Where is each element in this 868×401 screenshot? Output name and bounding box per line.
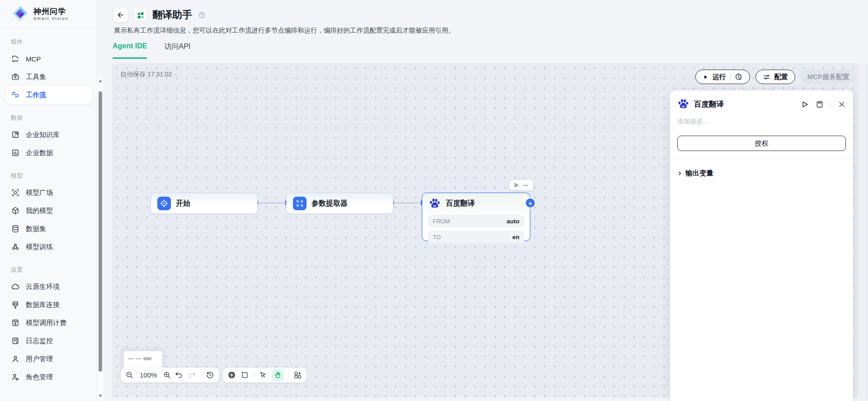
- add-next-node-button[interactable]: +: [526, 198, 535, 208]
- param-key: TO: [433, 234, 441, 241]
- node-inspector-panel: du 百度翻译 添加描述... 授权 输出变量: [670, 90, 853, 401]
- workflow-icon: [11, 90, 20, 99]
- sidebar-section-data: 数据 企业知识库 企业数据: [0, 104, 97, 162]
- param-value: auto: [507, 218, 520, 225]
- minimap-node: [136, 358, 142, 359]
- sidebar-section-settings: 设置 云原生环境 数据库连接: [0, 256, 97, 386]
- section-label: 模型: [6, 169, 92, 184]
- scroll-down-arrow[interactable]: [99, 395, 102, 397]
- brand-logo: 神州问学 Smart Vision: [0, 0, 97, 28]
- sidebar-item-knowledge-base[interactable]: 企业知识库: [6, 126, 92, 144]
- node-title: 参数提取器: [311, 199, 348, 208]
- inspector-header: du 百度翻译: [670, 90, 853, 110]
- zoom-out-button[interactable]: [125, 371, 134, 379]
- undo-button[interactable]: [175, 371, 183, 379]
- sidebar-item-mcp[interactable]: MCP MCP: [6, 50, 92, 68]
- scheduled-run-icon[interactable]: [735, 73, 743, 81]
- sidebar-item-db-connections[interactable]: 数据库连接: [6, 296, 92, 314]
- config-label: 配置: [774, 73, 788, 81]
- run-button[interactable]: 运行: [695, 70, 750, 84]
- auto-layout-button[interactable]: [293, 371, 302, 379]
- save-note-icon[interactable]: [816, 100, 824, 109]
- sidebar-item-datasets[interactable]: 数据集: [6, 220, 92, 238]
- sidebar-scrollbar[interactable]: [98, 76, 103, 401]
- divider: [830, 100, 831, 108]
- divider: [670, 159, 853, 159]
- brand-text: 神州问学 Smart Vision: [33, 7, 69, 21]
- node-baidu-translate[interactable]: du 百度翻译 FROM auto TO en: [422, 193, 530, 241]
- extractor-node-icon: [293, 197, 307, 210]
- node-play-icon[interactable]: [514, 183, 519, 188]
- sidebar-item-cloud-native[interactable]: 云原生环境: [6, 278, 92, 296]
- sidebar-item-workflow[interactable]: 工作流: [6, 86, 92, 104]
- node-more-icon[interactable]: [523, 182, 529, 189]
- output-variables-label: 输出变量: [685, 169, 713, 178]
- sidebar-item-user-management[interactable]: 用户管理: [6, 350, 92, 368]
- sidebar-item-role-management[interactable]: 角色管理: [6, 368, 92, 386]
- tab-access-api[interactable]: 访问API: [164, 42, 190, 59]
- canvas-actions: 运行 配置 MCP服务配置: [695, 70, 856, 84]
- edge-extractor-baidu: [393, 203, 422, 203]
- sidebar-item-label: 企业数据: [26, 149, 53, 157]
- sidebar-item-label: MCP: [26, 55, 41, 63]
- billing-icon: [11, 318, 20, 327]
- history-controls: [170, 368, 219, 382]
- divider: [288, 372, 289, 379]
- param-row-from: FROM auto: [428, 215, 524, 227]
- sidebar-item-label: 云原生环境: [26, 283, 60, 291]
- minimap-node: [143, 357, 151, 360]
- node-params: FROM auto TO en: [422, 214, 530, 249]
- sidebar-item-label: 数据集: [26, 225, 46, 233]
- page-scrollbar[interactable]: [859, 63, 868, 401]
- back-arrow-icon: [117, 11, 125, 19]
- select-cursor-button[interactable]: [259, 371, 267, 379]
- divider: [730, 73, 731, 81]
- sidebar-section-models: 模型 模型广场 我的模型: [0, 162, 97, 256]
- close-panel-icon[interactable]: [838, 100, 846, 109]
- mcp-config-label: MCP服务配置: [807, 73, 849, 81]
- tab-agent-ide[interactable]: Agent IDE: [113, 42, 147, 59]
- zoom-level: 100%: [138, 371, 158, 379]
- sidebar-item-label: 企业知识库: [26, 131, 60, 139]
- redo-button[interactable]: [188, 371, 196, 379]
- param-key: FROM: [433, 218, 450, 225]
- sidebar-item-toolset[interactable]: 工具集: [6, 68, 92, 86]
- sidebar-item-log-monitor[interactable]: 日志监控: [6, 332, 92, 350]
- node-hover-toolbar: [509, 180, 533, 190]
- add-note-button[interactable]: [241, 371, 249, 379]
- role-icon: [11, 373, 20, 382]
- mcp-service-config-button[interactable]: MCP服务配置: [801, 70, 856, 84]
- description-placeholder[interactable]: 添加描述...: [677, 118, 846, 126]
- chevron-right-icon: [677, 171, 682, 176]
- sidebar-item-model-training[interactable]: 模型训练: [6, 238, 92, 256]
- cloud-icon: [11, 282, 20, 291]
- divider: [254, 372, 254, 379]
- hand-tool-button[interactable]: [272, 369, 284, 381]
- brand-tagline: Smart Vision: [33, 16, 69, 21]
- sidebar-item-my-models[interactable]: 我的模型: [6, 202, 92, 220]
- brand-diamond-icon: [11, 5, 29, 23]
- authorize-button[interactable]: 授权: [677, 136, 846, 151]
- sidebar-item-label: 用户管理: [26, 355, 53, 363]
- run-node-icon[interactable]: [801, 100, 809, 109]
- version-history-button[interactable]: [206, 371, 214, 379]
- baidu-paw-icon: du: [429, 198, 441, 210]
- section-label: 组件: [6, 35, 92, 50]
- node-start[interactable]: 开始: [151, 193, 258, 214]
- sidebar-item-billing[interactable]: 模型调用计费: [6, 314, 92, 332]
- sidebar: 神州问学 Smart Vision 组件 MCP MCP 工具集: [0, 0, 97, 401]
- sidebar-item-enterprise-data[interactable]: 企业数据: [6, 144, 92, 162]
- param-row-to: TO en: [428, 231, 524, 243]
- node-parameter-extractor[interactable]: 参数提取器: [286, 193, 393, 214]
- scrollbar-thumb[interactable]: [99, 91, 102, 372]
- back-button[interactable]: [113, 8, 128, 22]
- config-button[interactable]: 配置: [755, 70, 795, 84]
- page-title: 翻译助手: [152, 8, 192, 22]
- page-header: 翻译助手: [113, 8, 206, 22]
- brand-name: 神州问学: [33, 7, 69, 16]
- output-variables-toggle[interactable]: 输出变量: [677, 169, 846, 178]
- add-node-tool-button[interactable]: [227, 371, 236, 379]
- sidebar-item-model-plaza[interactable]: 模型广场: [6, 184, 92, 202]
- help-icon[interactable]: [198, 11, 206, 19]
- scroll-up-arrow[interactable]: [99, 80, 102, 82]
